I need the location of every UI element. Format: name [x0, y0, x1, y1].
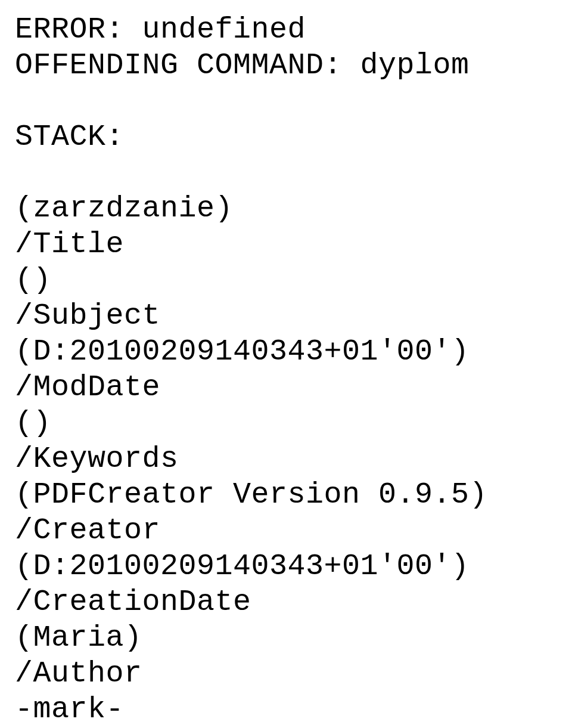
stack-header: STACK: [15, 119, 557, 155]
stack-item: /Subject [15, 298, 557, 334]
stack-item: /Author [15, 656, 557, 692]
stack-item: /Creator [15, 513, 557, 549]
stack-item: /CreationDate [15, 584, 557, 620]
offending-command-line: OFFENDING COMMAND: dyplom [15, 48, 557, 83]
stack-item: (D:20100209140343+01'00') [15, 334, 557, 370]
stack-item: (zarzdzanie) [15, 191, 557, 227]
stack-item: (Maria) [15, 620, 557, 656]
blank-line [15, 155, 557, 191]
blank-line [15, 83, 557, 119]
stack-item: () [15, 405, 557, 441]
stack-item: () [15, 262, 557, 298]
error-line: ERROR: undefined [15, 12, 557, 48]
stack-item: /Title [15, 227, 557, 262]
stack-item: (PDFCreator Version 0.9.5) [15, 477, 557, 513]
stack-item: /ModDate [15, 370, 557, 405]
stack-item: /Keywords [15, 441, 557, 477]
stack-item: (D:20100209140343+01'00') [15, 549, 557, 584]
stack-item: -mark- [15, 692, 557, 727]
